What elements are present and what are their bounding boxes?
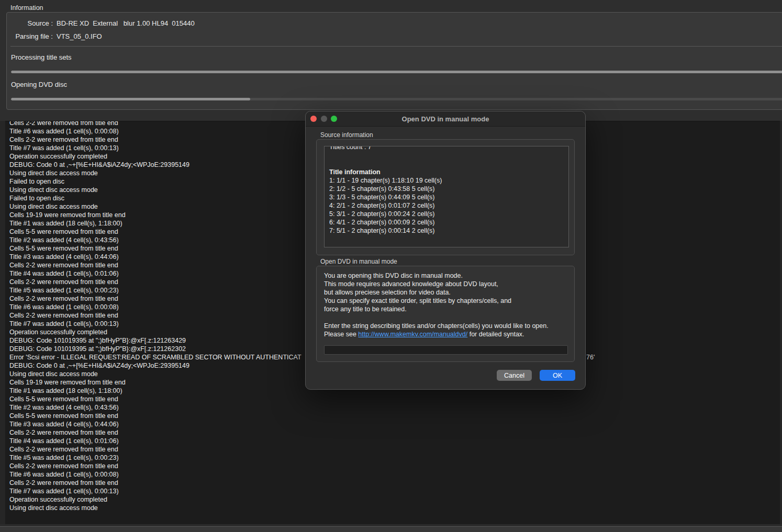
manualdvd-link[interactable]: http://www.makemkv.com/manualdvd/ <box>358 331 467 338</box>
log-line: Title #3 was added (4 cell(s), 0:44:06) <box>9 420 780 428</box>
log-line: Title #2 was added (4 cell(s), 0:43:56) <box>9 403 780 412</box>
see-syntax-line: Please see http://www.makemkv.com/manual… <box>324 330 569 338</box>
log-line: Title #5 was added (1 cell(s), 0:00:23) <box>9 454 780 462</box>
source-information-label: Source information <box>320 131 373 139</box>
spacer <box>329 160 568 168</box>
source-value: BD-RE XD External blur 1.00 HL94 015440 <box>57 19 195 27</box>
title-info-line: 3: 1/3 - 5 chapter(s) 0:44:09 5 cell(s) <box>329 193 568 201</box>
task-label-title-sets: Processing title sets <box>11 53 72 61</box>
parsing-file-label: Parsing file : <box>9 32 53 40</box>
log-line: Cells 5-5 were removed from title end <box>9 395 780 403</box>
bottom-strip <box>0 524 782 532</box>
title-info-content: Titles count : 7 Title information 1: 1/… <box>329 146 568 235</box>
dialog-text-line <box>324 313 569 322</box>
title-info-list: 1: 1/1 - 19 chapter(s) 1:18:10 19 cell(s… <box>329 176 568 235</box>
title-info-line: 7: 5/1 - 2 chapter(s) 0:00:14 2 cell(s) <box>329 227 568 235</box>
manual-string-input[interactable] <box>324 345 568 355</box>
title-info-line: 1: 1/1 - 19 chapter(s) 1:18:10 19 cell(s… <box>329 176 568 185</box>
dialog-titlebar[interactable]: Open DVD in manual mode <box>306 111 585 127</box>
title-information-header: Title information <box>329 168 568 176</box>
title-info-line: 5: 3/1 - 2 chapter(s) 0:00:24 2 cell(s) <box>329 210 568 218</box>
separator <box>10 46 782 47</box>
source-information-group-box: Titles count : 7 Title information 1: 1/… <box>316 139 575 255</box>
dialog-text-line: force any title to be retained. <box>324 305 569 313</box>
dialog-open-dvd-manual: Open DVD in manual mode Source informati… <box>305 111 586 390</box>
bottom-strip-inner <box>0 526 782 532</box>
log-line: Using direct disc access mode <box>9 504 780 512</box>
progress-fill <box>11 71 782 73</box>
log-error-line-fragment: 76' <box>586 353 595 361</box>
log-line: Title #6 was added (1 cell(s), 0:00:08) <box>9 470 780 479</box>
progress-bar-title-sets <box>11 71 782 73</box>
dialog-text-line: This mode requires advanced knowledge ab… <box>324 280 569 288</box>
manual-mode-lines: You are opening this DVD disc in manual … <box>324 271 569 330</box>
app-window: Information Source : BD-RE XD External b… <box>0 0 782 532</box>
log-line: Title #4 was added (1 cell(s), 0:01:06) <box>9 437 780 445</box>
title-info-line: 2: 1/2 - 5 chapter(s) 0:43:58 5 cell(s) <box>329 185 568 193</box>
manual-mode-label: Open DVD in manual mode <box>320 258 397 265</box>
log-line: Cells 5-5 were removed from title end <box>9 412 780 420</box>
dialog-title: Open DVD in manual mode <box>306 115 585 123</box>
log-line: Cells 2-2 were removed from title end <box>9 445 780 454</box>
log-line: Title #7 was added (1 cell(s), 0:00:13) <box>9 487 780 495</box>
log-line: Cells 2-2 were removed from title end <box>9 462 780 470</box>
title-info-line: 6: 4/1 - 2 chapter(s) 0:00:09 2 cell(s) <box>329 218 568 227</box>
manual-mode-text: You are opening this DVD disc in manual … <box>324 271 569 338</box>
titles-count: Titles count : 7 <box>329 146 568 151</box>
spacer <box>329 151 568 160</box>
information-group-label: Information <box>10 4 43 12</box>
see-suffix: for detailed syntax. <box>467 331 524 338</box>
dialog-text-line: Enter the string describing titles and/o… <box>324 322 569 330</box>
cancel-button[interactable]: Cancel <box>497 370 532 381</box>
parsing-file-value: VTS_05_0.IFO <box>57 32 102 40</box>
dialog-text-line: You are opening this DVD disc in manual … <box>324 271 569 280</box>
manual-mode-group-box: You are opening this DVD disc in manual … <box>316 266 575 362</box>
log-line: Operation successfully completed <box>9 495 780 504</box>
source-label: Source : <box>9 19 53 27</box>
see-prefix: Please see <box>324 331 358 338</box>
task-label-opening-dvd: Opening DVD disc <box>11 81 67 88</box>
log-line: Cells 2-2 were removed from title end <box>9 428 780 437</box>
information-group-box: Source : BD-RE XD External blur 1.00 HL9… <box>6 12 782 110</box>
information-panel: Information Source : BD-RE XD External b… <box>0 0 782 121</box>
log-line: Cells 2-2 were removed from title end <box>9 479 780 487</box>
ok-button[interactable]: OK <box>540 370 575 381</box>
dialog-text-line: but allows preciese selection for video … <box>324 288 569 297</box>
progress-fill <box>11 98 250 100</box>
title-info-textarea[interactable]: Titles count : 7 Title information 1: 1/… <box>324 146 569 247</box>
progress-bar-opening-dvd <box>11 98 782 100</box>
title-info-line: 4: 2/1 - 2 chapter(s) 0:01:07 2 cell(s) <box>329 201 568 210</box>
dialog-text-line: You can specify exact title order, split… <box>324 297 569 305</box>
